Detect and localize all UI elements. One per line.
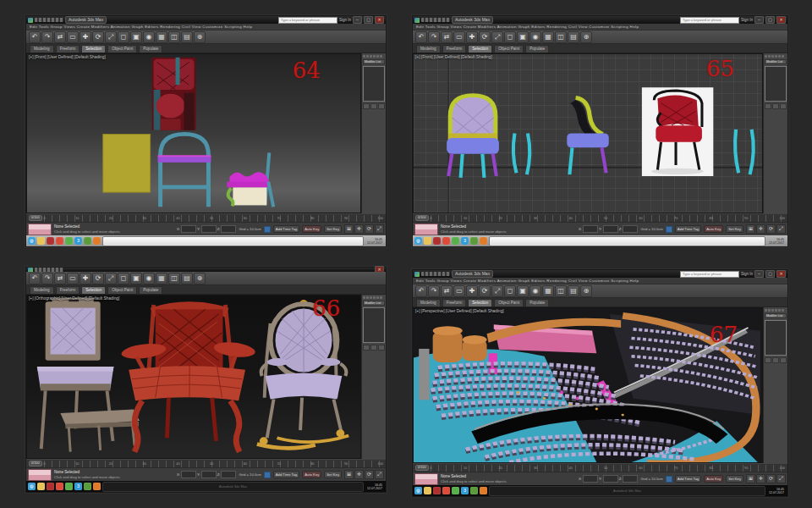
- selection-region-icon[interactable]: ▭: [453, 31, 465, 43]
- windows-taskbar[interactable]: ◍3 16:4512.07.2017: [413, 235, 787, 246]
- redo-icon[interactable]: ↷: [428, 31, 440, 43]
- select-link-icon[interactable]: ⇄: [54, 31, 66, 43]
- rib-tab-item[interactable]: Object Paint: [494, 299, 524, 306]
- rotate-icon[interactable]: ⟳: [92, 31, 104, 43]
- command-panel[interactable]: Modifier List: [361, 53, 386, 213]
- red-armchair[interactable]: [120, 301, 256, 451]
- system-tray-clock[interactable]: 16:4512.07.2017: [767, 488, 786, 494]
- select-link-icon[interactable]: ⇄: [54, 273, 66, 284]
- align-icon[interactable]: ▣: [517, 285, 529, 297]
- time-slider[interactable]: 0/100: [415, 215, 429, 221]
- maximize-button[interactable]: ▢: [364, 16, 373, 24]
- close-button[interactable]: ✕: [375, 16, 384, 24]
- rotate-icon[interactable]: ⟳: [92, 273, 104, 284]
- selection-region-icon[interactable]: ▭: [453, 285, 465, 297]
- material-editor-icon[interactable]: ◉: [143, 31, 155, 43]
- messenger-icon[interactable]: [452, 237, 459, 245]
- infocenter-search-input[interactable]: [278, 17, 337, 24]
- viewport-front[interactable]: [+] [Front] [User Defined] [Default Shad…: [413, 53, 763, 213]
- undo-icon[interactable]: ↶: [29, 31, 41, 43]
- scale-icon[interactable]: ⤢: [105, 273, 117, 284]
- menu-bar[interactable]: Edit Tools Group Views Create Modifiers …: [413, 24, 787, 30]
- viewport-label[interactable]: [+] [Orthographic] [User Defined] [Defau…: [29, 296, 119, 301]
- tall-chair-with-stool[interactable]: [37, 298, 140, 452]
- layer-manager-icon[interactable]: ◫: [555, 31, 567, 43]
- add-time-tag[interactable]: Add Time Tag: [675, 225, 702, 233]
- modifier-stack[interactable]: [363, 66, 385, 102]
- rib-tab-item[interactable]: Freeform: [442, 299, 467, 306]
- rib-tab-item[interactable]: Selection: [468, 299, 492, 306]
- quick-access-toolbar[interactable]: [421, 18, 450, 22]
- max-app-icon[interactable]: [84, 237, 91, 245]
- orbit-icon[interactable]: ⟳: [766, 474, 776, 483]
- zoom-extents-icon[interactable]: ⊞: [344, 470, 354, 479]
- minimize-button[interactable]: –: [353, 16, 362, 24]
- photoshop-app-icon[interactable]: [480, 237, 487, 245]
- track-bar[interactable]: 0/100 0102030405060708090100: [413, 463, 787, 472]
- time-slider[interactable]: 0/100: [415, 465, 429, 471]
- rib-tab-item[interactable]: Freeform: [56, 45, 80, 52]
- system-tray-clock[interactable]: 16:4512.07.2017: [767, 238, 786, 245]
- viewport-label[interactable]: [+] [Front] [User Defined] [Default Shad…: [415, 55, 492, 59]
- modifier-list-dropdown[interactable]: Modifier List: [765, 313, 787, 318]
- max-app-icon[interactable]: [470, 487, 478, 494]
- menu-bar[interactable]: Edit Tools Group Views Create Modifiers …: [413, 278, 787, 284]
- undo-icon[interactable]: ↶: [29, 273, 41, 284]
- viewport-orthographic[interactable]: [+] [Orthographic] [User Defined] [Defau…: [26, 295, 361, 459]
- maximize-viewport-icon[interactable]: ⤢: [375, 224, 384, 234]
- photoshop-app-icon[interactable]: [93, 237, 101, 245]
- curve-editor-icon[interactable]: ▤: [181, 273, 193, 284]
- undo-icon[interactable]: ↶: [415, 285, 427, 297]
- material-editor-icon[interactable]: ◉: [529, 285, 541, 297]
- rib-tab-item[interactable]: Modeling: [416, 45, 441, 52]
- stack-buttons[interactable]: [765, 103, 787, 109]
- modifier-stack[interactable]: [765, 320, 787, 356]
- select-link-icon[interactable]: ⇄: [441, 285, 453, 297]
- maxscript-mini-listener[interactable]: [28, 469, 52, 481]
- photoshop-app-icon[interactable]: [93, 483, 101, 490]
- rib-tab-item[interactable]: Modeling: [30, 286, 54, 294]
- rib-tab-item[interactable]: Selection: [468, 45, 492, 52]
- layer-manager-icon[interactable]: ◫: [168, 31, 180, 43]
- time-slider[interactable]: 0/100: [29, 461, 42, 467]
- add-time-tag[interactable]: Add Time Tag: [273, 225, 300, 233]
- add-time-tag[interactable]: Add Time Tag: [675, 475, 702, 483]
- zoom-extents-icon[interactable]: ⊞: [746, 474, 755, 483]
- chair-front-outline[interactable]: [158, 134, 211, 207]
- curve-editor-icon[interactable]: ▤: [181, 31, 193, 43]
- title-bar[interactable]: Autodesk 3ds Max Sign In – ▢ ✕: [413, 16, 787, 24]
- maxscript-mini-listener[interactable]: [414, 224, 438, 235]
- select-move-icon[interactable]: ✚: [466, 285, 478, 297]
- rib-tab-item[interactable]: Selection: [81, 286, 106, 294]
- rib-tab-item[interactable]: Selection: [81, 45, 106, 52]
- maximize-button[interactable]: ▢: [765, 270, 775, 278]
- mirror-icon[interactable]: ⊕: [580, 285, 592, 297]
- mirror-icon[interactable]: ⊕: [194, 273, 206, 284]
- chair-side-model[interactable]: [567, 97, 608, 174]
- auto-key-button[interactable]: Auto Key: [704, 225, 723, 233]
- reference-photo-card[interactable]: [642, 87, 713, 176]
- stack-buttons[interactable]: [765, 357, 787, 363]
- layer-manager-icon[interactable]: ◫: [168, 273, 180, 284]
- rib-tab-item[interactable]: Freeform: [442, 45, 467, 52]
- select-link-icon[interactable]: ⇄: [441, 31, 453, 43]
- app-3-icon[interactable]: 3: [461, 237, 469, 245]
- start-button-icon[interactable]: ◍: [28, 483, 36, 490]
- media-player-icon[interactable]: [47, 483, 54, 490]
- rib-tab-item[interactable]: Populate: [525, 45, 549, 52]
- redo-icon[interactable]: ↷: [41, 273, 53, 284]
- close-button[interactable]: ✕: [776, 16, 786, 24]
- max-app-icon[interactable]: [470, 237, 478, 245]
- media-player-icon[interactable]: [433, 237, 441, 245]
- select-move-icon[interactable]: ✚: [466, 31, 478, 43]
- selection-region-icon[interactable]: ▭: [67, 31, 79, 43]
- media-player-icon[interactable]: [47, 237, 54, 245]
- coordinate-display[interactable]: X: Y: Z:: [177, 471, 236, 478]
- set-key-button[interactable]: Set Key: [324, 225, 342, 233]
- pan-icon[interactable]: ✛: [354, 470, 364, 479]
- redo-icon[interactable]: ↷: [428, 285, 440, 297]
- rib-tab-item[interactable]: Object Paint: [107, 286, 137, 294]
- app-3-icon[interactable]: 3: [74, 483, 82, 490]
- open-window-button[interactable]: Autodesk 3ds Max: [102, 482, 364, 492]
- minimize-button[interactable]: –: [754, 16, 764, 24]
